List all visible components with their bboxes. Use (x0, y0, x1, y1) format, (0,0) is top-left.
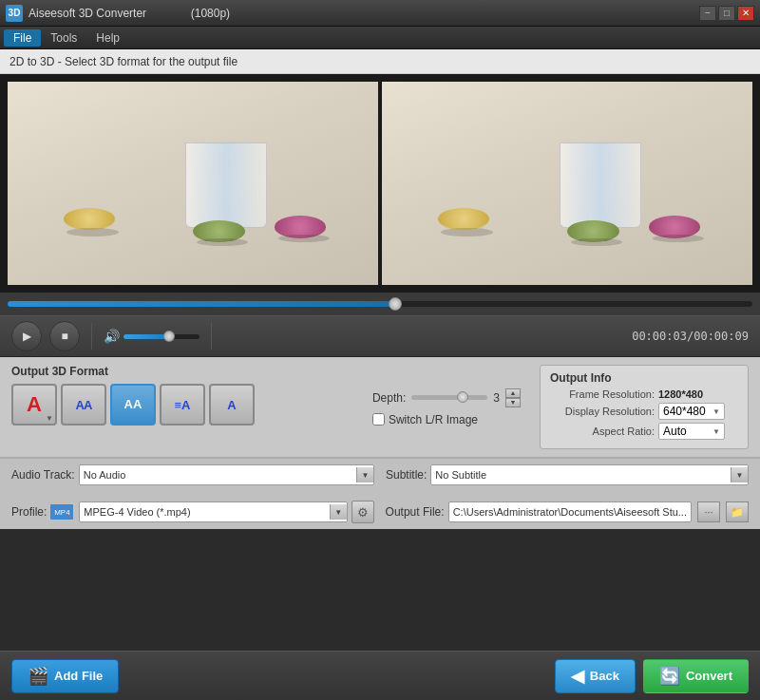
anaglyph-label: A (27, 392, 42, 417)
audio-track-group: Audio Track: No Audio ▼ (11, 464, 374, 485)
sbs-label: AA (76, 398, 92, 412)
maximize-button[interactable]: □ (718, 6, 735, 21)
options-area: Output 3D Format A ▼ AA AA ≡A A (0, 357, 760, 458)
time-display: 00:00:03/00:00:09 (632, 330, 749, 343)
depth-section: Depth: 3 ▲ ▼ Switch L/R Image (365, 365, 528, 449)
depth-increment[interactable]: ▲ (505, 388, 521, 398)
tb-label: AA (124, 398, 142, 411)
output-file-value: C:\Users\Administrator\Documents\Aiseeso… (453, 506, 687, 518)
display-res-arrow: ▼ (712, 407, 720, 416)
title-bar: 3D Aiseesoft 3D Converter (1080p) − □ ✕ (0, 0, 760, 27)
seek-area[interactable] (0, 293, 760, 315)
aspect-label: Aspect Ratio: (550, 426, 655, 437)
selectors-area: Audio Track: No Audio ▼ Subtitle: No Sub… (0, 458, 760, 529)
convert-label: Convert (686, 669, 732, 683)
volume-fill (124, 334, 169, 339)
seek-fill (8, 301, 395, 307)
play-button[interactable]: ▶ (11, 321, 42, 351)
shadow-green-right (571, 238, 623, 247)
format-side-by-side-button[interactable]: AA (61, 384, 106, 426)
preview-area (0, 74, 760, 293)
audio-track-label: Audio Track: (11, 468, 75, 482)
profile-settings-button[interactable]: ⚙ (352, 501, 374, 523)
format-anaglyph-button[interactable]: A ▼ (11, 384, 57, 426)
audio-track-arrow[interactable]: ▼ (356, 467, 373, 482)
audio-track-dropdown[interactable]: No Audio ▼ (79, 464, 374, 485)
seek-track[interactable] (8, 301, 752, 307)
format-section: Output 3D Format A ▼ AA AA ≡A A (11, 365, 353, 449)
subtitle-label: Subtitle: (386, 468, 427, 482)
shadow-green-left (197, 238, 249, 247)
audio-track-value: No Audio (84, 469, 356, 481)
subtitle-arrow[interactable]: ▼ (731, 467, 748, 482)
depth-label: Depth: (372, 391, 406, 405)
add-file-icon: 🎬 (28, 666, 48, 687)
menu-tools[interactable]: Tools (41, 29, 86, 47)
profile-dropdown[interactable]: MPEG-4 Video (*.mp4) ▼ (79, 501, 347, 522)
shadow-pink-left (278, 235, 331, 243)
anaglyph-dropdown-arrow: ▼ (46, 414, 53, 423)
menu-file[interactable]: File (4, 29, 41, 47)
depth-decrement[interactable]: ▼ (505, 398, 521, 407)
frame-res-label: Frame Resolution: (550, 388, 655, 400)
frame-res-row: Frame Resolution: 1280*480 (550, 388, 738, 400)
aspect-dropdown[interactable]: Auto ▼ (658, 423, 725, 440)
display-res-row: Display Resolution: 640*480 ▼ (550, 403, 738, 420)
output-file-browse-button[interactable]: ··· (697, 501, 720, 522)
output-file-field: C:\Users\Administrator\Documents\Aiseeso… (448, 501, 692, 522)
preview-right (382, 82, 752, 285)
shadow-pink-right (653, 235, 705, 243)
profile-label: Profile: (11, 505, 47, 519)
depth-spinner: ▲ ▼ (505, 388, 521, 407)
volume-thumb[interactable] (163, 331, 175, 342)
format-section-label: Output 3D Format (11, 365, 353, 378)
minimize-button[interactable]: − (699, 6, 716, 21)
status-bar: 2D to 3D - Select 3D format for the outp… (0, 49, 760, 74)
output-info: Output Info Frame Resolution: 1280*480 D… (540, 365, 749, 449)
convert-icon: 🔄 (659, 666, 680, 687)
interlace-label: ≡A (175, 398, 191, 412)
stop-button[interactable]: ■ (49, 321, 80, 351)
play-icon: ▶ (23, 330, 31, 343)
subtitle-dropdown[interactable]: No Subtitle ▼ (430, 464, 749, 485)
app-name: Aiseesoft 3D Converter (28, 7, 146, 20)
seek-thumb[interactable] (389, 297, 402, 311)
volume-slider[interactable] (124, 334, 200, 339)
format-interlace-button[interactable]: ≡A (160, 384, 205, 426)
shadow-yellow-left (66, 228, 119, 236)
switch-lr-checkbox[interactable]: Switch L/R Image (372, 413, 521, 426)
output-info-title: Output Info (550, 371, 738, 385)
add-file-label: Add File (54, 669, 103, 683)
switch-lr-input[interactable] (372, 413, 385, 426)
back-button[interactable]: ◀ Back (555, 659, 636, 693)
title-text: Aiseesoft 3D Converter (1080p) (28, 7, 699, 20)
profile-icon: MP4 (50, 504, 73, 520)
depth-row: Depth: 3 ▲ ▼ (372, 388, 521, 407)
title-controls: − □ ✕ (699, 6, 754, 21)
controls-area: ▶ ■ 🔊 00:00:03/00:00:09 (0, 315, 760, 357)
resolution-label: (1080p) (191, 7, 230, 20)
divider (91, 323, 92, 350)
display-res-label: Display Resolution: (550, 406, 655, 417)
aspect-row: Aspect Ratio: Auto ▼ (550, 423, 738, 440)
profile-arrow[interactable]: ▼ (330, 504, 347, 520)
profile-group: Profile: MP4 MPEG-4 Video (*.mp4) ▼ ⚙ (11, 501, 374, 523)
status-text: 2D to 3D - Select 3D format for the outp… (10, 55, 238, 68)
add-file-button[interactable]: 🎬 Add File (11, 659, 119, 693)
format-buttons: A ▼ AA AA ≡A A (11, 384, 353, 426)
depth-value: 3 (493, 391, 500, 405)
format-top-bottom-button[interactable]: AA (110, 384, 156, 426)
output-file-folder-button[interactable]: 📁 (726, 501, 749, 522)
close-button[interactable]: ✕ (737, 6, 754, 21)
depth-thumb[interactable] (457, 391, 468, 403)
macaron-yellow-left (64, 208, 116, 231)
back-label: Back (590, 669, 619, 683)
menu-help[interactable]: Help (86, 29, 129, 47)
convert-button[interactable]: 🔄 Convert (643, 659, 749, 693)
glass-right (560, 142, 641, 228)
shadow-yellow-right (441, 228, 493, 236)
depth-slider[interactable] (411, 395, 487, 400)
output-file-label: Output File: (386, 505, 445, 519)
format-row-button[interactable]: A (209, 384, 255, 426)
display-res-dropdown[interactable]: 640*480 ▼ (658, 403, 725, 420)
